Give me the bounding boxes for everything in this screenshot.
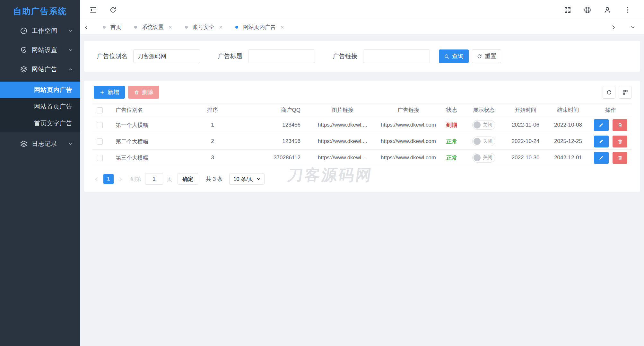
page-number-button[interactable]: 1	[103, 174, 114, 184]
reset-button[interactable]: 重置	[472, 49, 501, 63]
row-delete-button[interactable]	[613, 136, 627, 147]
sidebar-item-home-text-ads[interactable]: 首页文字广告	[0, 115, 80, 132]
row-delete-button[interactable]	[613, 152, 627, 164]
topbar	[80, 0, 644, 20]
next-page-icon[interactable]	[118, 176, 123, 182]
display-toggle[interactable]: 关闭	[472, 120, 495, 130]
add-button[interactable]: 新增	[94, 86, 125, 99]
dashboard-icon	[20, 27, 28, 35]
cell-start-time: 2022-10-30	[505, 150, 546, 166]
trash-icon	[134, 90, 139, 95]
table-panel: 新增 删除	[84, 81, 640, 192]
close-icon[interactable]: ×	[169, 24, 172, 30]
table-refresh-button[interactable]	[603, 86, 615, 99]
display-toggle[interactable]: 关闭	[472, 137, 495, 146]
table-row: 第三个大横幅 3 370286112 https://www.dkewl....…	[92, 150, 631, 166]
page-size-select[interactable]: 10 条/页	[229, 173, 265, 185]
query-button[interactable]: 查询	[439, 49, 469, 63]
cell-start-time: 2022-10-24	[505, 133, 546, 150]
cell-ad-link: https://www.dkewl.com	[376, 133, 440, 150]
total-count-label: 共 3 条	[206, 175, 223, 183]
tabs-scroll-right-icon[interactable]	[611, 24, 616, 30]
trash-icon	[617, 155, 623, 161]
tabbar: 首页 系统设置 × 账号安全 × 网站页内广告 ×	[80, 20, 644, 34]
toggle-knob	[474, 154, 481, 161]
close-icon[interactable]: ×	[219, 24, 223, 30]
more-vertical-icon[interactable]	[623, 6, 631, 14]
search-panel: 广告位别名 广告标题 广告链接 查询 重置	[84, 41, 640, 72]
toggle-label: 关闭	[483, 138, 492, 144]
sidebar-item-inpage-ads[interactable]: 网站页内广告	[0, 82, 80, 98]
cell-ad-link: https://www.dkewl.com	[376, 150, 440, 166]
display-toggle[interactable]: 关闭	[472, 153, 495, 163]
field-label-ad-alias: 广告位别名	[97, 52, 127, 60]
menu-fold-icon[interactable]	[89, 6, 97, 14]
row-checkbox[interactable]	[97, 155, 103, 161]
sidebar-item-site-ads[interactable]: 网站广告	[0, 60, 80, 79]
table-toolbar: 新增 删除	[84, 81, 640, 103]
add-button-label: 新增	[108, 88, 119, 96]
goto-page-input[interactable]	[145, 173, 163, 185]
status-badge: 正常	[446, 155, 457, 161]
search-icon	[444, 54, 449, 59]
tab-label: 系统设置	[142, 23, 164, 31]
ad-alias-input[interactable]	[133, 49, 200, 63]
cell-start-time: 2022-11-06	[505, 117, 546, 133]
column-settings-button[interactable]	[619, 86, 631, 99]
goto-confirm-button[interactable]: 确定	[178, 173, 198, 185]
ad-title-input[interactable]	[248, 49, 315, 63]
chevron-down-icon	[68, 28, 73, 33]
tab-dot-icon	[134, 26, 137, 29]
ads-table: 广告位别名 排序 商户QQ 图片链接 广告链接 状态 展示状态 开始时间 结束时…	[92, 103, 631, 166]
row-checkbox[interactable]	[97, 138, 103, 145]
shield-check-icon	[20, 46, 28, 54]
col-header-status: 状态	[440, 103, 463, 117]
tabs-menu-chevron-down-icon[interactable]	[630, 24, 636, 30]
delete-button[interactable]: 删除	[128, 86, 159, 99]
tab-label: 首页	[110, 23, 121, 31]
tabs-scroll-left-icon[interactable]	[83, 24, 89, 30]
toggle-label: 关闭	[483, 122, 492, 128]
edit-button[interactable]	[594, 119, 609, 131]
field-label-ad-title: 广告标题	[218, 52, 242, 60]
col-header-display-status: 展示状态	[463, 103, 505, 117]
user-icon[interactable]	[604, 6, 611, 14]
tab-account-security[interactable]: 账号安全 ×	[185, 23, 223, 31]
app-title: 自助广告系统	[0, 0, 80, 21]
row-checkbox[interactable]	[97, 122, 103, 128]
sidebar-item-homepage-ads[interactable]: 网站首页广告	[0, 98, 80, 115]
select-all-checkbox[interactable]	[97, 107, 103, 113]
refresh-icon	[606, 89, 612, 95]
tab-inpage-ads[interactable]: 网站页内广告 ×	[235, 23, 284, 31]
cell-image-link: https://www.dkewl....	[309, 117, 376, 133]
trash-icon	[617, 139, 623, 144]
prev-page-icon[interactable]	[94, 176, 99, 182]
globe-icon[interactable]	[584, 6, 591, 14]
reset-icon	[477, 54, 482, 59]
pencil-icon	[598, 155, 604, 161]
refresh-icon[interactable]	[109, 6, 117, 14]
tab-home[interactable]: 首页	[103, 23, 121, 31]
table-header-row: 广告位别名 排序 商户QQ 图片链接 广告链接 状态 展示状态 开始时间 结束时…	[92, 103, 631, 117]
goto-page-label: 到第	[130, 175, 141, 183]
chevron-down-icon	[68, 48, 73, 53]
edit-button[interactable]	[594, 152, 609, 164]
col-header-end-time: 结束时间	[546, 103, 590, 117]
chevron-up-icon	[68, 67, 73, 72]
sidebar-item-logs[interactable]: 日志记录	[0, 134, 80, 154]
close-icon[interactable]: ×	[281, 24, 284, 30]
cell-end-time: 2025-12-25	[546, 133, 590, 150]
submenu-item-label: 网站页内广告	[34, 86, 73, 94]
edit-button[interactable]	[594, 136, 609, 147]
sidebar-submenu: 网站页内广告 网站首页广告 首页文字广告	[0, 82, 80, 132]
ad-link-input[interactable]	[363, 49, 430, 63]
tab-label: 账号安全	[193, 23, 214, 31]
cell-alias: 第二个大横幅	[107, 133, 180, 150]
sidebar-item-workspace[interactable]: 工作空间	[0, 21, 80, 40]
cell-ad-link: https://www.dkewl.com	[376, 117, 440, 133]
sidebar-item-site-settings[interactable]: 网站设置	[0, 40, 80, 60]
fullscreen-icon[interactable]	[564, 6, 571, 14]
cell-sort: 2	[180, 133, 245, 150]
tab-system-settings[interactable]: 系统设置 ×	[134, 23, 172, 31]
row-delete-button[interactable]	[613, 119, 627, 131]
